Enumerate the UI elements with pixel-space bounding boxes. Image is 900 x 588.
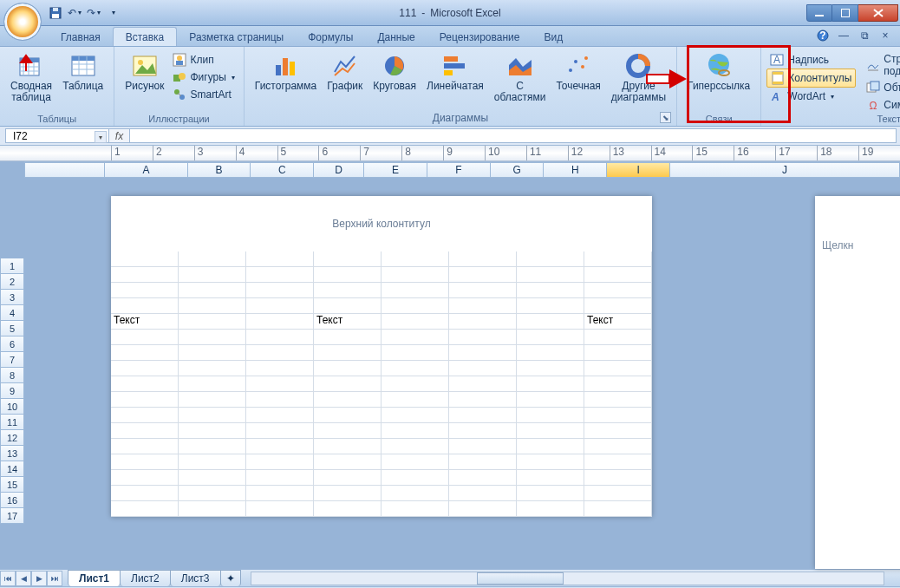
cell[interactable]	[449, 330, 517, 345]
row-header[interactable]: 14	[0, 461, 24, 477]
cell[interactable]	[449, 454, 517, 470]
symbol-button[interactable]: ΩСимвол	[863, 96, 900, 114]
cell[interactable]	[179, 470, 246, 486]
cell[interactable]	[382, 486, 449, 501]
column-header[interactable]: G	[491, 162, 545, 178]
cell[interactable]	[517, 486, 584, 501]
cell[interactable]	[246, 454, 314, 470]
cell[interactable]	[382, 361, 449, 376]
sheet-tab-1[interactable]: Лист1	[68, 570, 121, 586]
sheet-nav-next[interactable]: ▶	[31, 571, 47, 586]
cell[interactable]	[382, 501, 449, 517]
page-header-area[interactable]: Верхний колонтитул	[111, 196, 652, 252]
cell[interactable]	[584, 252, 652, 267]
cell[interactable]	[449, 314, 517, 330]
cell[interactable]	[246, 283, 314, 298]
cell[interactable]	[382, 314, 449, 330]
cell[interactable]	[584, 439, 652, 454]
cell[interactable]	[314, 376, 382, 392]
sheet-tab-new[interactable]: ✦	[220, 570, 241, 586]
minimize-button[interactable]	[806, 4, 832, 22]
cell[interactable]	[246, 486, 314, 501]
formula-input[interactable]	[130, 128, 897, 143]
cell[interactable]	[179, 345, 246, 361]
cell[interactable]	[584, 423, 652, 439]
cell[interactable]	[584, 376, 652, 392]
cell[interactable]	[449, 298, 517, 314]
cell[interactable]	[111, 392, 179, 408]
shapes-button[interactable]: Фигуры▾	[169, 69, 238, 86]
cell[interactable]	[382, 392, 449, 408]
row-header[interactable]: 11	[0, 415, 24, 430]
cell[interactable]	[449, 408, 517, 423]
row-header[interactable]: 13	[0, 446, 24, 461]
cell[interactable]	[449, 486, 517, 501]
tab-insert[interactable]: Вставка	[113, 27, 178, 46]
select-all-corner[interactable]	[24, 162, 105, 178]
cell[interactable]	[449, 252, 517, 267]
cell[interactable]: Текст	[111, 314, 179, 330]
scatter-chart-button[interactable]: Точечная	[551, 49, 605, 112]
charts-dialog-launcher[interactable]: ⬊	[660, 112, 671, 123]
sheet-nav-prev[interactable]: ◀	[16, 571, 31, 586]
help-icon[interactable]: ?	[815, 28, 831, 43]
cell[interactable]	[449, 376, 517, 392]
cell[interactable]	[111, 298, 179, 314]
cell[interactable]	[314, 501, 382, 517]
cell[interactable]	[449, 423, 517, 439]
cell[interactable]	[584, 454, 652, 470]
cell[interactable]	[382, 408, 449, 423]
cell[interactable]	[179, 298, 246, 314]
row-header[interactable]: 6	[0, 336, 24, 352]
column-header[interactable]: C	[251, 162, 314, 178]
cell[interactable]	[179, 423, 246, 439]
cell[interactable]	[179, 330, 246, 345]
cell[interactable]	[111, 501, 179, 517]
sheet-tab-2[interactable]: Лист2	[120, 570, 171, 586]
cell[interactable]	[246, 345, 314, 361]
tab-review[interactable]: Рецензирование	[427, 28, 532, 46]
row-header[interactable]: 4	[0, 305, 24, 321]
cell[interactable]	[584, 267, 652, 283]
cell[interactable]	[246, 252, 314, 267]
sheet-nav-last[interactable]: ⏭	[47, 571, 62, 586]
cell[interactable]	[449, 361, 517, 376]
tab-data[interactable]: Данные	[365, 28, 427, 46]
cell[interactable]	[246, 361, 314, 376]
undo-icon[interactable]: ↶▾	[66, 4, 83, 22]
tab-formulas[interactable]: Формулы	[296, 28, 365, 46]
cell[interactable]	[111, 283, 179, 298]
cell[interactable]	[584, 298, 652, 314]
cell[interactable]	[111, 470, 179, 486]
column-header[interactable]: D	[314, 162, 364, 178]
cell[interactable]	[517, 376, 584, 392]
cell[interactable]	[246, 439, 314, 454]
cell[interactable]	[314, 267, 382, 283]
cell[interactable]	[517, 501, 584, 517]
row-header[interactable]: 16	[0, 493, 24, 508]
cell[interactable]	[584, 470, 652, 486]
cell[interactable]: Текст	[584, 314, 652, 330]
mdi-restore-icon[interactable]: ⧉	[857, 28, 872, 43]
cell[interactable]	[111, 408, 179, 423]
textbox-button[interactable]: AНадпись	[766, 51, 856, 69]
cell[interactable]	[584, 345, 652, 361]
row-header[interactable]: 3	[0, 290, 24, 305]
line-chart-button[interactable]: График	[322, 49, 368, 112]
cell[interactable]	[584, 501, 652, 517]
maximize-button[interactable]	[832, 4, 858, 22]
cell[interactable]	[314, 423, 382, 439]
tab-pagelayout[interactable]: Разметка страницы	[177, 28, 296, 46]
row-header[interactable]: 12	[0, 430, 24, 446]
cell[interactable]	[517, 314, 584, 330]
cell[interactable]	[314, 361, 382, 376]
cell[interactable]	[382, 298, 449, 314]
namebox-dropdown-icon[interactable]: ▾	[95, 131, 107, 143]
column-header[interactable]: J	[670, 162, 900, 178]
cell[interactable]	[382, 454, 449, 470]
cell[interactable]	[246, 392, 314, 408]
cell[interactable]	[179, 439, 246, 454]
cell[interactable]	[517, 423, 584, 439]
cell[interactable]	[314, 392, 382, 408]
cell[interactable]: Текст	[314, 314, 382, 330]
